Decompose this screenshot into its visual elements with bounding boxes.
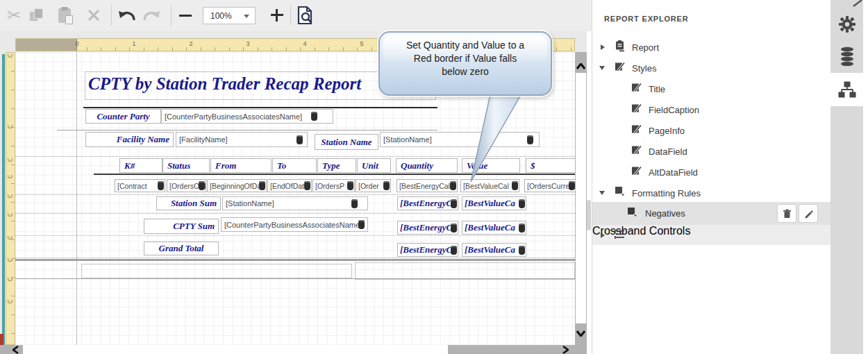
cpty-sum-value-field[interactable]: [BestValueCa [462,221,526,235]
redo-button[interactable] [141,4,162,26]
callout-text-line: below zero [380,65,551,78]
station-sum-group-field[interactable]: [StationName] [222,196,368,210]
scroll-right-button[interactable] [560,345,571,354]
facility-name-field[interactable]: [FacilityName] [176,132,308,147]
field-smart-tag-icon[interactable] [351,199,358,208]
scroll-left-button[interactable] [10,345,21,354]
field-smart-tag-icon[interactable] [451,246,457,255]
toolbar: ✂ 100% [0,0,592,31]
expand-arrow-icon[interactable] [601,233,605,238]
callout-annotation[interactable]: Set Quantity and Value to a Red border i… [378,31,552,96]
cut-icon[interactable]: ✂ [3,4,24,26]
edit-rule-button[interactable] [799,204,818,223]
field-smart-tag-icon[interactable] [347,181,353,190]
tree-item-datafield-style[interactable]: DataField [592,141,831,162]
horizontal-scrollbar[interactable] [0,345,587,354]
detail-field[interactable]: [Order [356,179,391,192]
vertical-scrollbar-thumb[interactable] [576,73,586,323]
grand-total-value-field[interactable]: [BestValueCa [462,243,526,257]
column-header-k[interactable]: K# [119,158,162,173]
station-sum-energy-field[interactable]: [BestEnergyC [397,196,458,210]
delete-icon[interactable] [83,4,104,26]
counter-party-label[interactable]: Counter Party [85,109,161,124]
column-header-quantity[interactable]: Quantity [396,158,458,173]
panel-splitter-handle[interactable] [587,200,591,230]
report-title[interactable]: CPTY by Station Trader Recap Report [88,74,361,94]
cpty-sum-energy-field[interactable]: [BestEnergyC [397,221,458,235]
collapse-arrow-icon[interactable] [599,191,605,195]
field-smart-tag-icon[interactable] [311,112,317,121]
detail-field[interactable]: [EndOfDat [267,179,312,192]
paste-icon[interactable] [54,4,75,26]
tree-item-formatting-rules[interactable]: Formatting Rules [592,183,831,203]
footer-empty-control[interactable] [355,262,575,280]
grand-total-energy-field[interactable]: [BestEnergyC [397,243,458,257]
field-smart-tag-icon[interactable] [569,181,575,190]
column-header-to[interactable]: To [272,158,317,173]
field-smart-tag-icon[interactable] [519,246,525,255]
tree-item-fieldcaption-style[interactable]: FieldCaption [592,99,831,120]
tree-item-title-style[interactable]: Title [592,78,831,99]
panel-title: REPORT EXPLORER [604,15,688,23]
style-icon [615,62,626,75]
field-smart-tag-icon[interactable] [451,199,457,208]
report-explorer-tab[interactable] [831,74,863,106]
scroll-down-button[interactable] [575,326,587,340]
footer-empty-control[interactable] [81,264,352,278]
facility-name-label[interactable]: Facility Name [85,132,174,147]
style-icon [631,166,642,179]
scroll-up-button[interactable] [575,59,587,73]
field-smart-tag-icon[interactable] [451,224,457,233]
zoom-out-button[interactable] [175,4,196,26]
zoom-in-button[interactable] [267,4,287,26]
preview-button[interactable] [294,4,315,26]
report-explorer-panel: REPORT EXPLORER Report Styles Title [592,0,830,354]
band-separator-line [57,130,437,130]
grand-total-label[interactable]: Grand Total [144,242,219,255]
column-header-unit[interactable]: Unit [357,158,391,173]
detail-field[interactable]: [BeginningOfDa [207,179,267,192]
copy-icon[interactable] [26,4,47,26]
delete-rule-button[interactable] [777,204,796,223]
column-header-status[interactable]: Status [162,158,210,173]
detail-field[interactable]: [OrdersP [312,179,355,192]
band-separator-dotted [15,235,575,236]
tree-item-pageinfo-style[interactable]: PageInfo [592,120,831,141]
separator-line-control[interactable] [83,107,437,108]
field-smart-tag-icon[interactable] [199,181,205,190]
tree-item-report[interactable]: Report [592,37,831,58]
undo-button[interactable] [117,4,137,26]
tree-item-negatives-row[interactable]: Negatives [592,202,831,225]
callout-text-line: Red border if Value falls [380,52,551,65]
zoom-level-dropdown[interactable]: 100% [203,7,256,24]
detail-field[interactable]: [BestEnergyCalc [397,179,458,192]
tree-item-crossband-controls[interactable]: Crossband Controls [592,225,831,245]
detail-field[interactable]: [OrdersOrd [167,179,206,192]
detail-field[interactable]: [Contract [115,179,165,192]
counter-party-field[interactable]: [CounterPartyBusinessAssociatesName] [161,109,333,124]
cpty-sum-group-field[interactable]: [CounterPartyBusinessAssociatesName] [221,217,368,232]
field-smart-tag-icon[interactable] [259,181,265,190]
field-smart-tag-icon[interactable] [158,181,164,190]
toolbar-separator [290,5,291,26]
station-name-label[interactable]: Station Name [315,134,378,150]
field-smart-tag-icon[interactable] [304,181,310,190]
field-smart-tag-icon[interactable] [519,224,525,233]
field-list-tab[interactable] [831,40,863,72]
vertical-scrollbar[interactable] [575,52,587,345]
station-sum-label[interactable]: Station Sum [156,196,221,210]
field-smart-tag-icon[interactable] [358,220,365,229]
tree-item-altdatafield-style[interactable]: AltDataField [592,162,831,183]
properties-tab[interactable] [831,8,863,40]
field-smart-tag-icon[interactable] [383,181,390,190]
column-header-from[interactable]: From [210,158,272,173]
field-smart-tag-icon[interactable] [297,135,303,144]
tree-item-styles[interactable]: Styles [592,58,831,78]
horizontal-scrollbar-thumb[interactable] [23,345,448,354]
field-smart-tag-icon[interactable] [519,199,525,208]
column-header-type[interactable]: Type [317,158,356,173]
cpty-sum-label[interactable]: CPTY Sum [144,219,219,234]
collapse-arrow-icon[interactable] [599,66,605,70]
station-sum-value-field[interactable]: [BestValueCa [462,196,526,210]
expand-arrow-icon[interactable] [601,44,605,50]
